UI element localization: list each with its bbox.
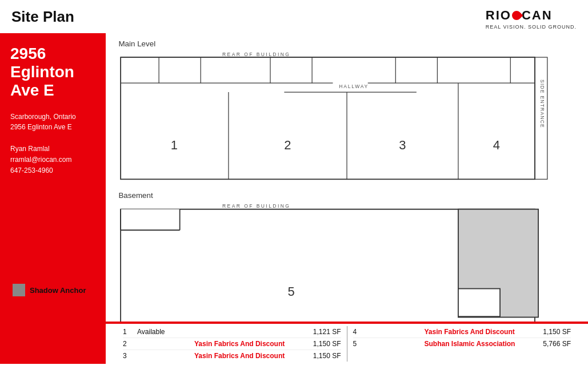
- contact-name: Ryan Ramlal: [10, 145, 50, 153]
- rear-building-basement: REAR OF BUILDING: [222, 203, 290, 209]
- address: 2956 Eglinton Ave E: [10, 123, 72, 131]
- table-content: 1 Available 1,121 SF 2 Yasin Fabrics And…: [106, 324, 588, 364]
- table-divider: [347, 326, 347, 362]
- main-content: 2956 Eglinton Ave E Scarborough, Ontario…: [0, 33, 588, 364]
- legend: Shadow Anchor: [13, 284, 86, 296]
- page-title: Site Plan: [11, 8, 74, 26]
- row-size: 1,150 SF: [295, 340, 341, 348]
- logo-area: RIO CAN REAL VISION. SOLID GROUND.: [486, 8, 577, 30]
- side-entrance-label: SIDE ENTRANCE: [539, 80, 545, 128]
- svg-rect-1: [121, 57, 535, 179]
- main-level-label: Main Level: [118, 39, 155, 48]
- sidebar: 2956 Eglinton Ave E Scarborough, Ontario…: [0, 33, 106, 364]
- legend-icon: [13, 284, 25, 296]
- table-row: 5 Subhan Islamic Association 5,766 SF: [353, 338, 571, 350]
- logo: RIO CAN: [486, 8, 577, 23]
- row-num: 2: [123, 340, 137, 348]
- logo-tagline: REAL VISION. SOLID GROUND.: [486, 24, 577, 30]
- unit-3-label: 3: [399, 138, 406, 152]
- plan-area: Main Level REAR OF BUILDING HALLWAY 1: [106, 33, 588, 364]
- bottom-table: 1 Available 1,121 SF 2 Yasin Fabrics And…: [106, 322, 588, 364]
- contact-email: rramlal@riocan.com: [10, 156, 72, 164]
- floor-plan-svg: Main Level REAR OF BUILDING HALLWAY 1: [117, 38, 577, 358]
- row-name: Subhan Islamic Association: [425, 340, 526, 348]
- logo-left: RIO: [486, 8, 511, 23]
- city: Scarborough, Ontario: [10, 113, 76, 121]
- hallway-label: HALLWAY: [339, 84, 369, 89]
- table-row: 3 Yasin Fabrics And Discount 1,150 SF: [123, 350, 341, 362]
- row-name: Yasin Fabrics And Discount: [194, 340, 295, 348]
- contact-info: Ryan Ramlal rramlal@riocan.com 647-253-4…: [10, 144, 95, 177]
- property-address: Scarborough, Ontario 2956 Eglinton Ave E: [10, 112, 95, 132]
- contact-phone: 647-253-4960: [10, 166, 53, 174]
- row-name: Yasin Fabrics And Discount: [425, 328, 526, 336]
- row-size: 1,150 SF: [295, 352, 341, 360]
- property-title: 2956 Eglinton Ave E: [10, 45, 95, 100]
- row-num: 1: [123, 328, 137, 336]
- row-size: 1,121 SF: [295, 328, 341, 336]
- row-name: Yasin Fabrics And Discount: [194, 352, 295, 360]
- table-row: 2 Yasin Fabrics And Discount 1,150 SF: [123, 338, 341, 350]
- row-num: 3: [123, 352, 137, 360]
- table-row: 1 Available 1,121 SF: [123, 326, 341, 338]
- unit-5-label: 5: [287, 284, 294, 299]
- unit-1-label: 1: [171, 138, 178, 152]
- unit-4-label: 4: [493, 138, 500, 152]
- rear-building-top: REAR OF BUILDING: [222, 51, 290, 57]
- logo-leaf-icon: [510, 9, 523, 22]
- header: Site Plan RIO CAN REAL VISION. SOLID GRO…: [0, 0, 588, 33]
- row-size: 1,150 SF: [525, 328, 571, 336]
- unit-2-label: 2: [284, 138, 291, 152]
- table-row: 4 Yasin Fabrics And Discount 1,150 SF: [353, 326, 571, 338]
- table-right-col: 4 Yasin Fabrics And Discount 1,150 SF 5 …: [353, 326, 571, 362]
- row-num: 5: [353, 340, 367, 348]
- row-num: 4: [353, 328, 367, 336]
- legend-label: Shadow Anchor: [30, 286, 86, 295]
- row-size: 5,766 SF: [525, 340, 571, 348]
- logo-right: CAN: [522, 8, 553, 23]
- row-status: Available: [137, 328, 194, 336]
- table-left-col: 1 Available 1,121 SF 2 Yasin Fabrics And…: [123, 326, 341, 362]
- basement-label: Basement: [118, 191, 153, 200]
- svg-rect-24: [458, 289, 500, 317]
- svg-rect-19: [121, 209, 180, 231]
